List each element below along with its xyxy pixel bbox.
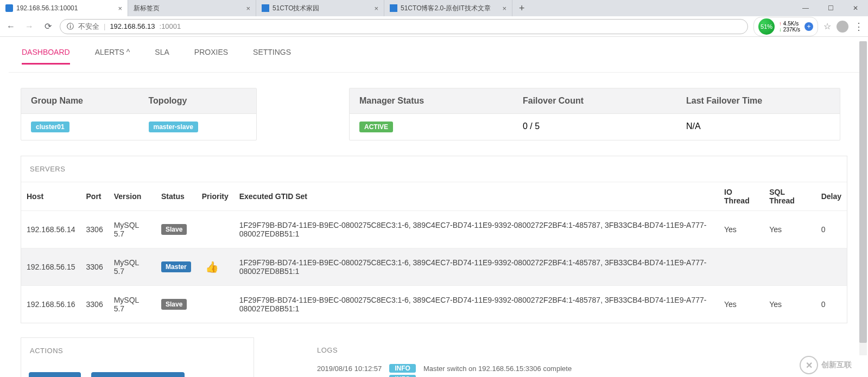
maximize-icon[interactable]: ☐ bbox=[818, 0, 843, 16]
download-speed: 237K/s bbox=[783, 27, 800, 33]
main-nav: DASHBOARD ALERTS ^ SLA PROXIES SETTINGS bbox=[9, 37, 859, 73]
browser-tab[interactable]: 51CTO博客2.0-原创IT技术文章 × bbox=[384, 0, 512, 16]
forward-icon[interactable]: → bbox=[23, 22, 36, 31]
col-delay: Delay bbox=[816, 182, 847, 211]
col-last-failover: Last Failover Time bbox=[676, 88, 840, 113]
nav-alerts[interactable]: ALERTS ^ bbox=[95, 48, 130, 65]
col-group-name: Group Name bbox=[21, 88, 139, 113]
log-ts: 2019/08/16 10:12:57 bbox=[317, 375, 382, 378]
col-status: Status bbox=[156, 182, 197, 211]
col-sql-thread: SQL Thread bbox=[764, 182, 815, 211]
log-level: INFO bbox=[389, 375, 416, 377]
favicon-icon bbox=[262, 4, 269, 12]
menu-icon[interactable]: ⋮ bbox=[854, 21, 864, 33]
actions-panel: ACTIONS Switchover Reset Failover Counte… bbox=[21, 337, 254, 377]
back-icon[interactable]: ← bbox=[4, 22, 17, 31]
last-failover-time: N/A bbox=[676, 114, 840, 140]
cluster-card: Group Name Topology cluster01 master-sla… bbox=[21, 88, 257, 140]
table-row[interactable]: 192.168.56.143306MySQL 5.7Slave1F29F79B-… bbox=[21, 211, 847, 248]
watermark-text: 创新互联 bbox=[821, 360, 852, 370]
failover-count: 0 / 5 bbox=[513, 114, 676, 140]
url-input[interactable]: ⓘ 不安全 | 192.168.56.13:10001 bbox=[60, 19, 748, 34]
speed-extension[interactable]: 51% ↑ 4.5K/s ↓ 237K/s + bbox=[753, 17, 818, 36]
scrollbar[interactable] bbox=[859, 41, 867, 355]
col-port: Port bbox=[81, 182, 109, 211]
col-topology: Topology bbox=[139, 88, 257, 113]
table-row[interactable]: 192.168.56.163306MySQL 5.7Slave1F29F79B-… bbox=[21, 286, 847, 323]
status-card: Manager Status Failover Count Last Failo… bbox=[349, 88, 840, 140]
plus-icon[interactable]: + bbox=[804, 22, 813, 31]
log-line: 2019/08/16 10:12:57INFOMaster switch on … bbox=[317, 363, 839, 374]
nav-sla[interactable]: SLA bbox=[155, 48, 169, 65]
log-line: 2019/08/16 10:12:57INFOChange master on … bbox=[317, 374, 839, 377]
browser-tab[interactable]: 51CTO技术家园 × bbox=[256, 0, 384, 16]
topology-badge[interactable]: master-slave bbox=[149, 122, 198, 132]
tab-title: 51CTO技术家园 bbox=[273, 4, 319, 13]
speed-percent: 51% bbox=[758, 18, 775, 35]
log-msg: Master switch on 192.168.56.15:3306 comp… bbox=[423, 365, 572, 373]
col-version: Version bbox=[109, 182, 156, 211]
minimize-icon[interactable]: — bbox=[793, 0, 818, 16]
url-host: 192.168.56.13 bbox=[110, 22, 155, 30]
security-status: 不安全 bbox=[78, 22, 99, 31]
new-tab-button[interactable]: + bbox=[512, 3, 531, 14]
table-row[interactable]: 192.168.56.153306MySQL 5.7Master👍1F29F79… bbox=[21, 248, 847, 286]
role-badge: Slave bbox=[161, 299, 187, 310]
url-port: :10001 bbox=[160, 22, 181, 30]
bookmark-icon[interactable]: ☆ bbox=[823, 21, 831, 31]
switchover-button[interactable]: Switchover bbox=[29, 372, 81, 377]
info-icon: ⓘ bbox=[67, 22, 74, 31]
servers-table: HostPortVersionStatusPriorityExecuted GT… bbox=[21, 182, 847, 323]
close-icon[interactable]: × bbox=[374, 4, 378, 12]
thumbs-up-icon: 👍 bbox=[205, 261, 219, 273]
col-manager-status: Manager Status bbox=[350, 88, 513, 113]
actions-title: ACTIONS bbox=[21, 338, 254, 363]
role-badge: Slave bbox=[161, 224, 187, 235]
favicon-icon bbox=[390, 4, 397, 12]
browser-tab[interactable]: 192.168.56.13:10001 × bbox=[0, 0, 128, 16]
manager-status-badge: ACTIVE bbox=[359, 122, 393, 132]
servers-title: SERVERS bbox=[21, 156, 847, 182]
scroll-thumb[interactable] bbox=[859, 41, 867, 343]
tab-title: 新标签页 bbox=[134, 4, 160, 13]
favicon-icon bbox=[5, 4, 13, 12]
role-badge: Master bbox=[161, 261, 191, 272]
watermark-icon: ✕ bbox=[800, 356, 818, 374]
close-icon[interactable]: × bbox=[118, 4, 122, 12]
logs-panel: LOGS 2019/08/16 10:12:57INFOMaster switc… bbox=[308, 337, 847, 377]
col-io-thread: IO Thread bbox=[719, 182, 764, 211]
tab-title: 192.168.56.13:10001 bbox=[16, 4, 78, 12]
reload-icon[interactable]: ⟳ bbox=[41, 21, 54, 31]
col-priority: Priority bbox=[197, 182, 234, 211]
log-ts: 2019/08/16 10:12:57 bbox=[317, 365, 382, 373]
profile-icon[interactable] bbox=[837, 21, 848, 33]
close-icon[interactable]: × bbox=[502, 4, 506, 12]
nav-dashboard[interactable]: DASHBOARD bbox=[22, 48, 70, 65]
nav-settings[interactable]: SETTINGS bbox=[253, 48, 291, 65]
upload-speed: 4.5K/s bbox=[783, 21, 799, 27]
col-executed-gtid-set: Executed GTID Set bbox=[234, 182, 719, 211]
logs-title: LOGS bbox=[308, 337, 847, 363]
close-icon[interactable]: × bbox=[246, 4, 250, 12]
col-failover-count: Failover Count bbox=[513, 88, 676, 113]
close-window-icon[interactable]: ✕ bbox=[843, 0, 868, 16]
col-host: Host bbox=[21, 182, 81, 211]
browser-tab[interactable]: 新标签页 × bbox=[128, 0, 256, 16]
log-msg: Change master on slave 192.168.56.16:330… bbox=[423, 375, 565, 378]
group-name-badge[interactable]: cluster01 bbox=[31, 122, 69, 132]
nav-proxies[interactable]: PROXIES bbox=[194, 48, 228, 65]
servers-panel: SERVERS HostPortVersionStatusPriorityExe… bbox=[21, 156, 847, 323]
address-bar: ← → ⟳ ⓘ 不安全 | 192.168.56.13:10001 51% ↑ … bbox=[0, 16, 868, 37]
browser-tab-bar: 192.168.56.13:10001 × 新标签页 × 51CTO技术家园 ×… bbox=[0, 0, 868, 16]
log-level: INFO bbox=[389, 364, 416, 373]
reset-failover-button[interactable]: Reset Failover Counter bbox=[91, 372, 185, 377]
tab-title: 51CTO博客2.0-原创IT技术文章 bbox=[401, 4, 491, 13]
watermark: ✕ 创新互联 bbox=[800, 356, 852, 374]
